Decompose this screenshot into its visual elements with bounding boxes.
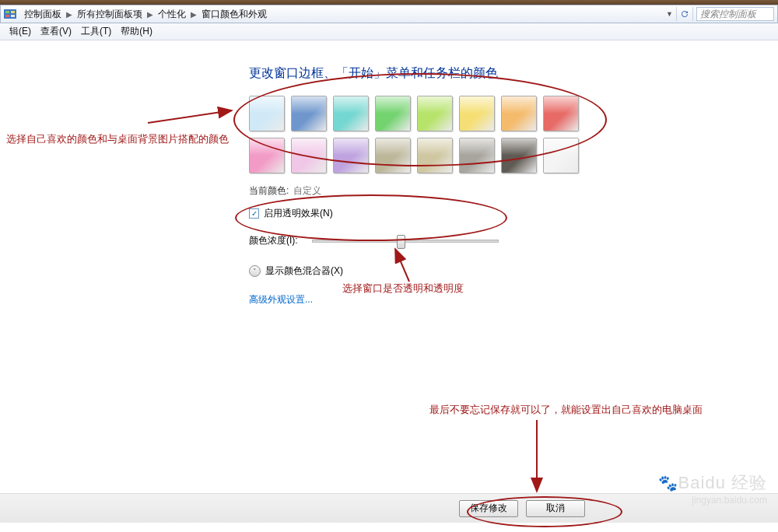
menu-view[interactable]: 查看(V) [36, 23, 76, 40]
menu-tools[interactable]: 工具(T) [76, 23, 116, 40]
crumb-3[interactable]: 窗口颜色和外观 [198, 8, 270, 21]
annotation-oval-save [467, 496, 622, 527]
annotation-arrow-up-1 [391, 246, 437, 287]
search-input[interactable]: 搜索控制面板 [696, 7, 774, 21]
chevron-down-icon[interactable]: ˅ [249, 265, 261, 277]
paw-icon: 🐾 [658, 474, 678, 492]
annotation-arrow-right-1 [148, 106, 241, 131]
crumb-2[interactable]: 个性化 [155, 8, 189, 21]
advanced-appearance-link[interactable]: 高级外观设置... [249, 293, 313, 306]
menu-help[interactable]: 帮助(H) [116, 23, 157, 40]
crumb-1[interactable]: 所有控制面板项 [74, 8, 145, 21]
svg-rect-2 [11, 11, 15, 13]
watermark-brand: Baidu 经验 [678, 473, 767, 492]
svg-line-6 [395, 249, 409, 282]
crumb-0[interactable]: 控制面板 [21, 8, 65, 21]
annotation-oval-transparency [235, 194, 507, 241]
annotation-oval-swatches [233, 73, 607, 166]
menu-bar: 辑(E) 查看(V) 工具(T) 帮助(H) [0, 23, 778, 40]
annotation-arrow-down-1 [518, 420, 557, 500]
chevron-right-icon: ▶ [189, 10, 198, 19]
svg-rect-3 [5, 15, 9, 17]
color-mixer-label[interactable]: 显示颜色混合器(X) [265, 264, 343, 278]
current-color-label: 当前颜色: [249, 184, 289, 198]
control-panel-icon [4, 9, 18, 19]
refresh-icon[interactable] [676, 7, 693, 21]
chevron-right-icon: ▶ [65, 10, 74, 19]
watermark-url: jingyan.baidu.com [658, 495, 767, 506]
svg-line-5 [148, 110, 232, 123]
watermark: 🐾Baidu 经验 jingyan.baidu.com [658, 471, 767, 506]
svg-rect-4 [11, 15, 15, 17]
svg-rect-0 [4, 9, 16, 19]
annotation-save-hint: 最后不要忘记保存就可以了，就能设置出自己喜欢的电脑桌面 [429, 403, 703, 417]
annotation-pick-color: 选择自己喜欢的颜色和与桌面背景图片搭配的颜色 [6, 132, 229, 146]
chevron-right-icon: ▶ [145, 10, 155, 19]
menu-edit[interactable]: 辑(E) [5, 23, 36, 40]
dropdown-icon[interactable]: ▼ [666, 10, 673, 18]
svg-rect-1 [5, 11, 9, 13]
breadcrumb-bar: 控制面板▶ 所有控制面板项▶ 个性化▶ 窗口颜色和外观 ▼ 搜索控制面板 [0, 5, 778, 23]
